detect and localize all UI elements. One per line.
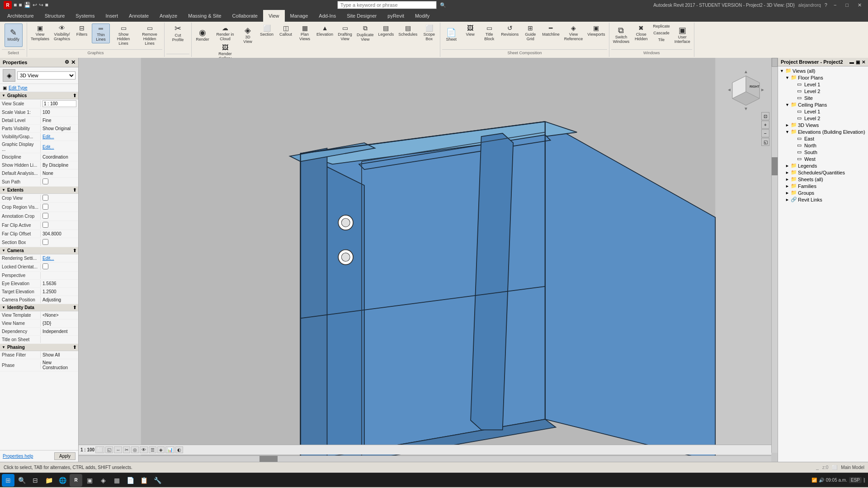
props-close-icon[interactable]: ✕: [71, 59, 75, 66]
show-hidden-lines-button[interactable]: ▭ ShowHidden Lines: [111, 23, 136, 47]
tab-annotate[interactable]: Annotate: [123, 10, 154, 22]
tree-south[interactable]: ▭ South: [779, 149, 867, 155]
revisions-button[interactable]: ↺ Revisions: [499, 23, 520, 38]
locked-orient-checkbox[interactable]: [42, 263, 48, 269]
tree-schedules[interactable]: ► 📁 Schedules/Quantities: [779, 169, 867, 176]
prop-render-edit[interactable]: Edit...: [41, 255, 78, 262]
tab-pyrevit[interactable]: pyRevit: [382, 10, 410, 22]
pb-restore-icon[interactable]: ▣: [856, 60, 860, 65]
properties-help-link[interactable]: Properties help: [3, 454, 33, 459]
elevation-button[interactable]: ▲ Elevation: [315, 23, 335, 38]
tab-view[interactable]: View: [263, 10, 285, 22]
visibility-graphics-button[interactable]: 👁 Visibility/Graphics: [52, 23, 72, 42]
camera-section-header[interactable]: ▼ Camera ⬆: [0, 247, 78, 254]
prop-view-scale-value[interactable]: [41, 99, 78, 108]
remove-hidden-lines-button[interactable]: ▭ RemoveHidden Lines: [137, 23, 162, 47]
nav-sync-btn[interactable]: ↔: [114, 446, 122, 453]
taskbar-revit-btn[interactable]: R: [70, 474, 82, 487]
user-interface-button[interactable]: ▣ UserInterface: [673, 23, 692, 47]
qat-btn-redo[interactable]: ↪: [39, 2, 43, 8]
edit-type-btn[interactable]: Edit Type: [9, 85, 28, 90]
tree-ceiling-plans[interactable]: ▼ 📁 Ceiling Plans: [779, 101, 867, 108]
taskbar-app2-btn[interactable]: ◈: [97, 474, 109, 487]
pb-close-icon[interactable]: ✕: [862, 60, 865, 65]
help-icon[interactable]: ?: [825, 2, 827, 8]
legends-button[interactable]: ▤ Legends: [377, 23, 396, 38]
3d-view-button[interactable]: ◈ 3DView: [239, 23, 257, 47]
render-edit-link[interactable]: Edit...: [42, 256, 54, 261]
tree-east[interactable]: ▭ East: [779, 135, 867, 142]
taskbar-app5-btn[interactable]: 📋: [137, 474, 150, 487]
tree-groups[interactable]: ► 📁 Groups: [779, 189, 867, 196]
qat-btn-print[interactable]: ■: [45, 2, 48, 8]
tab-structure[interactable]: Structure: [39, 10, 71, 22]
zoom-in-btn[interactable]: +: [761, 121, 769, 129]
tab-systems[interactable]: Systems: [70, 10, 100, 22]
tree-level-1-fp[interactable]: ▭ Level 1: [779, 81, 867, 88]
tab-insert[interactable]: Insert: [100, 10, 124, 22]
vis-edit-link[interactable]: Edit...: [42, 134, 54, 139]
view-reference-button[interactable]: ◈ ViewReference: [562, 23, 585, 42]
tab-collaborate[interactable]: Collaborate: [227, 10, 263, 22]
prop-crop-region-val[interactable]: [41, 203, 78, 211]
tab-architecture[interactable]: Architecture: [2, 10, 39, 22]
tab-analyze[interactable]: Analyze: [154, 10, 183, 22]
thin-lines-button[interactable]: ═ ThinLines: [92, 23, 110, 43]
taskbar-audio-icon[interactable]: 🔊: [819, 478, 824, 483]
duplicate-view-button[interactable]: ⧉ DuplicateView: [355, 23, 376, 43]
prop-secbox-val[interactable]: [41, 238, 78, 247]
nav-worksets-btn[interactable]: ☰: [149, 446, 156, 453]
apply-button[interactable]: Apply: [54, 452, 75, 460]
nav-temp-hide-btn[interactable]: 👁: [140, 446, 148, 453]
sheet-button[interactable]: 📄 Sheet: [442, 23, 460, 47]
matchline-button[interactable]: ━ Matchline: [540, 23, 561, 38]
crop-view-checkbox[interactable]: [42, 195, 48, 201]
tree-level-2-fp[interactable]: ▭ Level 2: [779, 88, 867, 94]
tree-site[interactable]: ▭ Site: [779, 94, 867, 101]
view-templates-button[interactable]: ▣ ViewTemplates: [29, 23, 51, 42]
pb-minimize-icon[interactable]: ▬: [849, 60, 854, 65]
search-icon[interactable]: 🔍: [440, 2, 446, 8]
maximize-btn[interactable]: □: [843, 2, 851, 8]
taskbar-app3-btn[interactable]: ▦: [110, 474, 123, 487]
nav-design-btn[interactable]: ◈: [157, 446, 165, 453]
props-settings-icon[interactable]: ⚙: [65, 59, 69, 66]
nav-crop-btn[interactable]: ✂: [123, 446, 130, 453]
extents-section-header[interactable]: ▼ Extents ⬆: [0, 187, 78, 194]
plan-views-button[interactable]: ▦ PlanViews: [296, 23, 314, 42]
tab-manage[interactable]: Manage: [285, 10, 314, 22]
identity-section-header[interactable]: ▼ Identity Data ⬆: [0, 304, 78, 311]
tree-families[interactable]: ► 📁 Families: [779, 183, 867, 189]
callout-button[interactable]: ◫ Callout: [277, 23, 295, 38]
graphics-section-header[interactable]: ▼ Graphics ⬆: [0, 92, 78, 99]
cut-profile-button[interactable]: ✂ CutProfile: [169, 23, 187, 43]
nav-zoom-fit-btn[interactable]: ◱: [105, 446, 113, 453]
tab-modify[interactable]: Modify: [410, 10, 435, 22]
tree-legends[interactable]: ► 📁 Legends: [779, 162, 867, 169]
render-button[interactable]: ◉ Render: [193, 23, 212, 47]
cascade-button[interactable]: Cascade: [651, 30, 672, 37]
view-compose-button[interactable]: 🖼 View: [461, 23, 479, 38]
modify-button[interactable]: ✎ Modify: [5, 23, 23, 47]
tab-add-ins[interactable]: Add-Ins: [313, 10, 341, 22]
taskbar-network-icon[interactable]: 📶: [811, 478, 817, 483]
tree-level-1-cp[interactable]: ▭ Level 1: [779, 108, 867, 115]
annotation-crop-checkbox[interactable]: [42, 213, 48, 219]
nav-analysis-btn[interactable]: 📊: [165, 446, 175, 453]
zoom-sheet-btn[interactable]: ◱: [761, 138, 769, 146]
filters-button[interactable]: ⊟ Filters: [73, 23, 91, 38]
title-block-button[interactable]: ▭ TitleBlock: [480, 23, 498, 42]
tile-button[interactable]: Tile: [651, 37, 672, 43]
tab-site-designer[interactable]: Site Designer: [341, 10, 382, 22]
far-clip-checkbox[interactable]: [42, 222, 48, 228]
viewport-hscroll[interactable]: [79, 455, 771, 462]
tree-north[interactable]: ▭ North: [779, 142, 867, 149]
search-input[interactable]: [337, 1, 437, 9]
viewcube[interactable]: RIGHT ▲ ▼ ◄ ►: [723, 67, 769, 112]
nav-detail-btn[interactable]: ◎: [131, 446, 139, 453]
section-button[interactable]: ⬜ Section: [258, 23, 276, 38]
prop-sun-val[interactable]: [41, 178, 78, 186]
taskbar-explorer-btn[interactable]: 📁: [42, 474, 55, 487]
view-scale-input[interactable]: [42, 100, 76, 107]
tree-views-all[interactable]: ▼ 📁 Views (all): [779, 67, 867, 74]
